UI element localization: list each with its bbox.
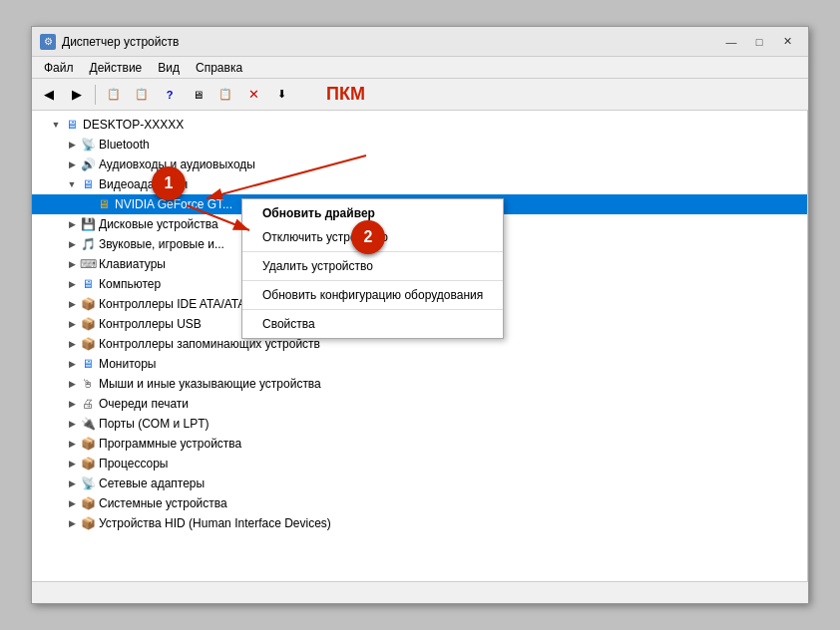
expand-net: ▶ bbox=[64, 475, 80, 491]
expand-sw: ▶ bbox=[64, 436, 80, 452]
expand-audio: ▶ bbox=[64, 157, 80, 172]
sys-icon: 📦 bbox=[80, 495, 96, 511]
list-item[interactable]: ▶ 📦 Системные устройства bbox=[32, 493, 807, 513]
computer-icon: 🖥 bbox=[64, 117, 80, 133]
usb-icon: 📦 bbox=[80, 316, 96, 332]
ide-icon: 📦 bbox=[80, 296, 96, 312]
list-item[interactable]: ▶ 🖥 Мониторы bbox=[32, 354, 807, 374]
list-item[interactable]: ▶ 🖱 Мыши и иные указывающие устройства bbox=[32, 374, 807, 394]
expand-ide: ▶ bbox=[64, 296, 80, 312]
menu-file[interactable]: Файл bbox=[36, 59, 82, 77]
sw-label: Программные устройства bbox=[99, 437, 241, 451]
sound-icon: 🎵 bbox=[80, 236, 96, 252]
expand-usb: ▶ bbox=[64, 316, 80, 332]
toolbar-btn-4[interactable]: 📋 bbox=[212, 82, 238, 108]
sound-label: Звуковые, игровые и... bbox=[99, 237, 224, 251]
menu-view[interactable]: Вид bbox=[150, 59, 188, 77]
root-label: DESKTOP-XXXXX bbox=[83, 118, 184, 132]
tree-root[interactable]: ▼ 🖥 DESKTOP-XXXXX bbox=[32, 115, 807, 135]
context-menu: Обновить драйвер Отключить устройство Уд… bbox=[241, 198, 504, 339]
minimize-button[interactable]: — bbox=[718, 32, 744, 52]
expand-mon: ▶ bbox=[64, 356, 80, 372]
expand-disk: ▶ bbox=[64, 216, 80, 232]
toolbar-separator-1 bbox=[95, 85, 96, 105]
expand-storage: ▶ bbox=[64, 336, 80, 352]
device-manager-window: ⚙ Диспетчер устройств — □ ✕ Файл Действи… bbox=[31, 26, 809, 604]
sys-label: Системные устройства bbox=[99, 496, 227, 510]
ctx-scan-hardware[interactable]: Обновить конфигурацию оборудования bbox=[242, 283, 503, 307]
net-label: Сетевые адаптеры bbox=[99, 476, 205, 490]
toolbar-btn-1[interactable]: 📋 bbox=[101, 82, 127, 108]
expand-ports: ▶ bbox=[64, 416, 80, 432]
expand-video: ▼ bbox=[64, 176, 80, 192]
expand-cpu: ▶ bbox=[64, 456, 80, 472]
list-item[interactable]: ▶ 🖨 Очереди печати bbox=[32, 394, 807, 414]
expand-kb: ▶ bbox=[64, 256, 80, 272]
keyboard-label: Клавиатуры bbox=[99, 257, 166, 271]
comp-icon: 🖥 bbox=[80, 276, 96, 292]
net-icon: 📡 bbox=[80, 475, 96, 491]
close-button[interactable]: ✕ bbox=[774, 32, 800, 52]
ports-icon: 🔌 bbox=[80, 416, 96, 432]
back-button[interactable]: ◀ bbox=[36, 82, 62, 108]
cpu-label: Процессоры bbox=[99, 457, 169, 471]
list-item[interactable]: ▶ 📦 Программные устройства bbox=[32, 434, 807, 454]
toolbar-btn-down[interactable]: ⬇ bbox=[268, 82, 294, 108]
expand-mice: ▶ bbox=[64, 376, 80, 392]
toolbar-btn-2[interactable]: 📋 bbox=[129, 82, 155, 108]
list-item[interactable]: ▶ 🔊 Аудиовходы и аудиовыходы bbox=[32, 155, 807, 174]
mice-label: Мыши и иные указывающие устройства bbox=[99, 377, 321, 391]
expand-comp: ▶ bbox=[64, 276, 80, 292]
annotation-circle-1: 1 bbox=[152, 166, 186, 200]
expand-sound: ▶ bbox=[64, 236, 80, 252]
nvidia-icon: 🖥 bbox=[96, 196, 112, 212]
hid-icon: 📦 bbox=[80, 515, 96, 531]
status-bar bbox=[32, 581, 808, 603]
ctx-uninstall-device[interactable]: Удалить устройство bbox=[242, 254, 503, 278]
ctx-properties[interactable]: Свойства bbox=[242, 312, 503, 336]
ports-label: Порты (COM и LPT) bbox=[99, 417, 210, 431]
maximize-button[interactable]: □ bbox=[746, 32, 772, 52]
list-item[interactable]: ▶ 📡 Bluetooth bbox=[32, 135, 807, 155]
bluetooth-icon: 📡 bbox=[80, 137, 96, 153]
expand-root: ▼ bbox=[48, 117, 64, 133]
expand-sys: ▶ bbox=[64, 495, 80, 511]
ctx-sep-3 bbox=[242, 309, 503, 310]
usb-label: Контроллеры USB bbox=[99, 317, 202, 331]
annotation-circle-2: 2 bbox=[351, 220, 385, 254]
toolbar-btn-3[interactable]: 🖥 bbox=[185, 82, 210, 108]
print-label: Очереди печати bbox=[99, 397, 189, 411]
ctx-sep-2 bbox=[242, 280, 503, 281]
video-icon: 🖥 bbox=[80, 176, 96, 192]
toolbar-btn-delete[interactable]: ✕ bbox=[240, 82, 266, 108]
menu-help[interactable]: Справка bbox=[188, 59, 250, 77]
list-item[interactable]: ▶ 📡 Сетевые адаптеры bbox=[32, 473, 807, 493]
list-item[interactable]: ▼ 🖥 Видеоадаптеры bbox=[32, 174, 807, 194]
expand-nvidia bbox=[80, 196, 96, 212]
cpu-icon: 📦 bbox=[80, 456, 96, 472]
list-item[interactable]: ▶ 🔌 Порты (COM и LPT) bbox=[32, 414, 807, 434]
bluetooth-label: Bluetooth bbox=[99, 138, 150, 152]
comp-label: Компьютер bbox=[99, 277, 161, 291]
window-title: Диспетчер устройств bbox=[62, 35, 712, 49]
device-tree[interactable]: ▼ 🖥 DESKTOP-XXXXX ▶ 📡 Bluetooth ▶ 🔊 Ауди… bbox=[32, 111, 808, 581]
monitor-label: Мониторы bbox=[99, 357, 156, 371]
list-item[interactable]: ▶ 📦 Устройства HID (Human Interface Devi… bbox=[32, 513, 807, 533]
list-item[interactable]: ▶ 📦 Процессоры bbox=[32, 454, 807, 473]
content-area: ▼ 🖥 DESKTOP-XXXXX ▶ 📡 Bluetooth ▶ 🔊 Ауди… bbox=[32, 111, 808, 581]
window-icon: ⚙ bbox=[40, 34, 56, 50]
monitor-icon: 🖥 bbox=[80, 356, 96, 372]
toolbar-btn-help[interactable]: ? bbox=[157, 82, 183, 108]
disk-label: Дисковые устройства bbox=[99, 217, 218, 231]
pkm-label: ПКМ bbox=[326, 84, 804, 105]
forward-button[interactable]: ▶ bbox=[64, 82, 90, 108]
keyboard-icon: ⌨ bbox=[80, 256, 96, 272]
menu-bar: Файл Действие Вид Справка bbox=[32, 57, 808, 79]
sw-icon: 📦 bbox=[80, 436, 96, 452]
menu-action[interactable]: Действие bbox=[82, 59, 151, 77]
toolbar: ◀ ▶ 📋 📋 ? 🖥 📋 ✕ ⬇ ПКМ bbox=[32, 79, 808, 111]
audio-icon: 🔊 bbox=[80, 157, 96, 172]
window-controls: — □ ✕ bbox=[718, 32, 800, 52]
expand-hid: ▶ bbox=[64, 515, 80, 531]
ide-label: Контроллеры IDE ATA/ATAPI bbox=[99, 297, 257, 311]
